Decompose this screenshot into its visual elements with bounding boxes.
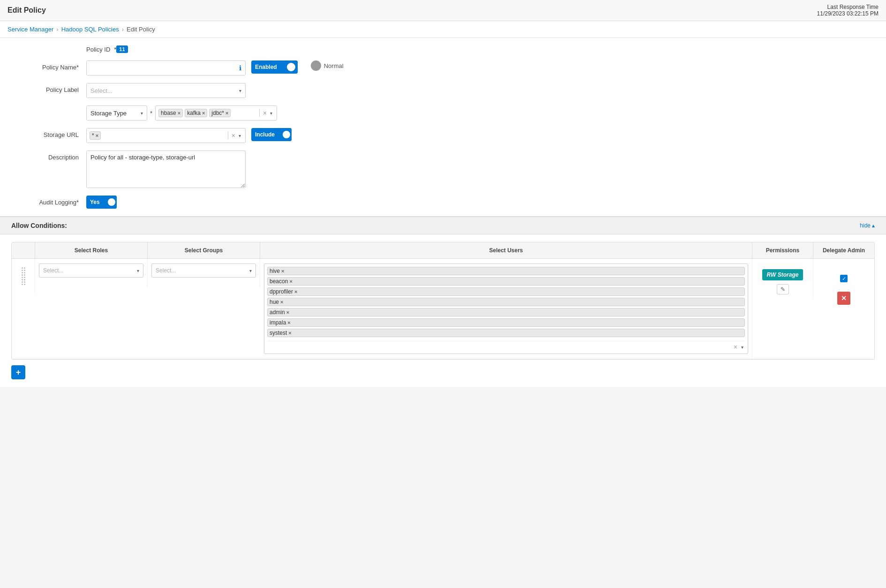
description-controls: Policy for all - storage-type, storage-u… [86,151,875,188]
delete-row-button[interactable]: ✕ [837,292,850,305]
drag-handle-cell [12,259,35,294]
audit-logging-label: Audit Logging* [11,196,86,206]
storage-url-row: Storage URL * × × ▾ Include [11,128,875,143]
storage-type-clear[interactable]: × [262,109,268,117]
tag-jdbc-remove[interactable]: × [225,110,228,116]
last-response-label: Last Response Time [817,4,878,10]
storage-type-asterisk: * [150,110,152,117]
col-users: Select Users [260,242,752,258]
add-condition-button[interactable]: + [11,365,25,379]
delegate-checkbox-wrap: ✓ [840,268,848,282]
storage-url-clear[interactable]: × [230,132,237,139]
storage-type-label [11,106,86,109]
normal-label: Normal [324,62,344,69]
user-tag-admin: admin × [267,308,745,317]
breadcrumb-sep-1: › [56,26,58,33]
user-tag-beacon: beacon × [267,277,745,286]
groups-cell: Select... ▾ [148,259,260,287]
description-textarea[interactable]: Policy for all - storage-type, storage-u… [86,151,246,188]
drag-handle[interactable] [15,264,31,289]
roles-cell: Select... ▾ [35,259,148,287]
storage-url-expand[interactable]: ▾ [237,133,242,138]
storage-url-tags[interactable]: * × × ▾ [86,128,246,143]
tag-kafka-remove[interactable]: × [202,110,205,116]
add-icon: + [16,368,21,377]
storage-url-label: Storage URL [11,128,86,138]
policy-label-controls: Select... ▾ [86,83,875,98]
storage-url-tags-actions: × ▾ [228,132,242,139]
policy-name-field[interactable]: all - storage-type, storage-url [90,65,239,72]
users-cell: hive × beacon × dpprofiler × hue [260,259,752,359]
user-tag-admin-remove[interactable]: × [286,309,289,315]
audit-yes-toggle[interactable]: Yes [86,196,117,209]
users-tags-inner: hive × beacon × dpprofiler × hue [267,267,745,337]
last-response-time: 11/29/2023 03:22:15 PM [817,10,878,17]
table-row: Select... ▾ Select... ▾ hive × [12,259,874,359]
normal-toggle-wrap: Normal [311,60,344,71]
tag-wildcard-remove[interactable]: × [96,133,98,138]
user-tag-systest-remove[interactable]: × [288,330,291,336]
yes-label: Yes [86,199,104,205]
rw-storage-button[interactable]: RW Storage [762,269,803,280]
storage-type-controls: Storage Type ▾ * hbase × kafka × jdbc* [86,106,277,121]
policy-label-select[interactable]: Select... ▾ [86,83,246,98]
user-tag-hive-remove[interactable]: × [281,268,284,274]
conditions-table-header: Select Roles Select Groups Select Users … [12,242,874,259]
storage-type-tags[interactable]: hbase × kafka × jdbc* × × ▾ [155,106,277,121]
hide-link[interactable]: hide ▴ [860,222,875,229]
breadcrumb-hadoop-sql[interactable]: Hadoop SQL Policies [61,26,119,33]
allow-conditions-header: Allow Conditions: hide ▴ [0,216,886,234]
policy-id-badge: 11 [116,45,128,53]
policy-name-controls: all - storage-type, storage-url ℹ Enable… [86,60,875,75]
tag-hbase-remove[interactable]: × [178,110,180,116]
normal-circle [311,60,321,71]
permissions-inner: RW Storage ✎ [756,264,809,294]
hide-chevron-up: ▴ [872,222,875,229]
storage-type-expand[interactable]: ▾ [269,111,274,116]
users-clear[interactable]: × [732,343,739,351]
user-tag-beacon-remove[interactable]: × [289,279,292,284]
tag-wildcard: * × [90,131,101,140]
users-tags[interactable]: hive × beacon × dpprofiler × hue [264,264,748,354]
users-expand[interactable]: ▾ [740,345,745,350]
enabled-toggle[interactable]: Enabled [251,60,298,74]
roles-chevron: ▾ [137,268,139,273]
include-label: Include [251,131,278,138]
col-permissions: Permissions [752,242,813,258]
user-tag-systest: systest × [267,329,745,337]
user-tag-hue-remove[interactable]: × [280,299,283,305]
policy-name-input[interactable]: all - storage-type, storage-url ℹ [86,60,246,75]
delegate-checkbox[interactable]: ✓ [840,275,848,282]
yes-switch[interactable] [104,196,117,209]
storage-type-row: Storage Type ▾ * hbase × kafka × jdbc* [11,106,875,121]
breadcrumb: Service Manager › Hadoop SQL Policies › … [0,21,886,38]
description-row: Description Policy for all - storage-typ… [11,151,875,188]
user-tag-hue: hue × [267,298,745,306]
info-icon: ℹ [239,64,241,72]
col-roles: Select Roles [35,242,148,258]
include-switch[interactable] [278,128,292,141]
policy-label-label: Policy Label [11,83,86,93]
groups-select[interactable]: Select... ▾ [151,264,256,278]
groups-placeholder: Select... [156,267,176,274]
permissions-cell: RW Storage ✎ [752,259,813,299]
groups-chevron: ▾ [249,268,252,273]
user-tag-dpprofiler-remove[interactable]: × [294,289,297,294]
policy-id-label: Policy ID [86,46,110,53]
breadcrumb-service-manager[interactable]: Service Manager [8,26,53,33]
tag-kafka: kafka × [185,109,207,117]
storage-type-tags-inner: hbase × kafka × jdbc* × [158,109,255,117]
storage-url-tags-inner: * × [90,131,224,140]
user-tag-impala-remove[interactable]: × [287,320,290,325]
breadcrumb-sep-2: › [122,26,124,33]
policy-name-row: Policy Name* all - storage-type, storage… [11,60,875,75]
roles-select[interactable]: Select... ▾ [39,264,143,278]
storage-type-select[interactable]: Storage Type ▾ [86,106,147,121]
roles-placeholder: Select... [43,267,63,274]
include-toggle[interactable]: Include [251,128,292,141]
edit-permissions-button[interactable]: ✎ [777,284,789,294]
tag-hbase: hbase × [158,109,183,117]
col-delegate: Delegate Admin [813,242,874,258]
delegate-cell: ✓ ✕ [813,259,874,309]
enabled-switch[interactable] [281,60,298,74]
